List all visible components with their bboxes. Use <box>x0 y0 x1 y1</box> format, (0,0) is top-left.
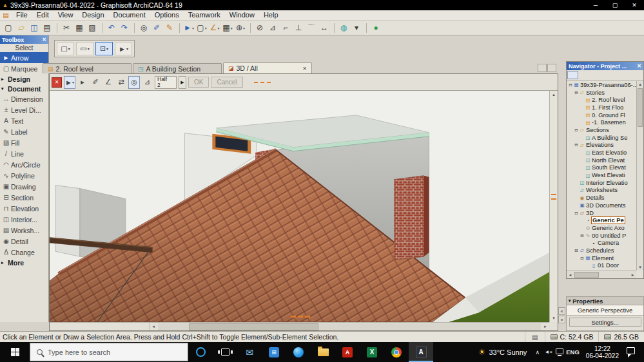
collapse-toggle-icon[interactable]: ▾ <box>569 298 571 303</box>
tree-section-a[interactable]: ◳A Building Se <box>567 134 636 142</box>
tab-building-section[interactable]: ◳A Building Section <box>133 63 222 73</box>
inject-parameters-icon[interactable]: ✎ <box>164 22 176 34</box>
new-tab-button[interactable] <box>538 64 547 72</box>
tree-elevation-east[interactable]: ◫East Elevatio <box>567 149 636 157</box>
tree-story-first[interactable]: ▤1. First Floo <box>567 104 636 111</box>
toolbox-titlebar[interactable]: Toolbox ✕ <box>0 35 48 44</box>
paste-icon[interactable]: ▨ <box>86 22 99 34</box>
network-icon[interactable] <box>554 348 565 356</box>
menu-item[interactable]: Design <box>77 10 108 20</box>
action-center-icon[interactable] <box>627 347 635 354</box>
tab-roof-level[interactable]: ▤2. Roof level <box>43 63 132 73</box>
tree-expander-icon[interactable]: ⊟ <box>574 211 579 216</box>
slope-icon[interactable]: ⊿ <box>141 76 153 89</box>
arrow-tool-icon[interactable]: ►▾ <box>183 22 195 34</box>
trim-icon[interactable]: ⊿ <box>267 22 279 34</box>
tree-expander-icon[interactable]: ⊟ <box>568 82 573 88</box>
tree-generic-axonometry[interactable]: ◇Generic Axo <box>567 224 636 232</box>
properties-header[interactable]: ▾ Properties <box>567 297 643 305</box>
tool-marquee[interactable]: ▢Marquee <box>0 63 48 74</box>
scroll-thumb[interactable] <box>638 88 643 127</box>
menu-item[interactable]: Help <box>259 10 283 20</box>
language-indicator[interactable]: ENG <box>565 348 581 356</box>
arrow-mode-button[interactable]: ►▾ <box>115 42 132 55</box>
tool-label[interactable]: ✎Label <box>0 126 48 137</box>
scroll-thumb[interactable] <box>574 272 599 278</box>
tool-detail[interactable]: ◉Detail <box>0 236 48 247</box>
ok-button[interactable]: OK <box>188 77 209 88</box>
toolbox-section-design[interactable]: ▸Design <box>0 74 48 84</box>
find-select-icon[interactable]: ◎ <box>138 22 150 34</box>
tree-expander-icon[interactable]: ⊟ <box>580 233 585 238</box>
tree-elevation-west[interactable]: ◫West Elevati <box>567 171 636 179</box>
project-map-icon[interactable] <box>567 71 578 79</box>
edge-icon[interactable] <box>286 342 311 362</box>
new-file-icon[interactable]: ▢ <box>3 22 15 34</box>
menu-item[interactable]: View <box>54 10 78 20</box>
volume-muted-icon[interactable]: ◄× <box>543 349 554 355</box>
snap-grid-icon[interactable]: ▦▾ <box>222 22 234 34</box>
tree-worksheets[interactable]: ▱Worksheets <box>567 187 636 195</box>
maximize-button[interactable]: ▢ <box>605 0 625 10</box>
tool-polyline[interactable]: ∿Polyline <box>0 170 48 181</box>
cut-icon[interactable]: ✂ <box>61 22 73 34</box>
menu-item[interactable]: File <box>12 10 32 20</box>
tree-expander-icon[interactable]: ⊟ <box>574 142 579 148</box>
archicad-icon[interactable]: A <box>409 342 433 362</box>
outlook-icon[interactable]: ✉ <box>237 342 262 362</box>
settings-button[interactable]: Settings... <box>569 318 641 327</box>
scroll-thumb[interactable] <box>189 323 319 330</box>
tool-change[interactable]: ΔChange <box>0 247 48 258</box>
brick-pillar[interactable] <box>395 176 424 260</box>
navigator-hscrollbar[interactable]: ◂ ▸ <box>567 271 636 278</box>
tree-project-root[interactable]: ⊟▦39x39-Prasanna06-... <box>567 81 636 89</box>
weather-indicator[interactable]: ☀33°C Sunny <box>473 347 532 357</box>
toolbox-section-document[interactable]: ▾Document <box>0 84 48 93</box>
viewport-vscrollbar[interactable]: ▴ ▾ <box>549 91 558 322</box>
pen-icon[interactable]: ✐ <box>90 76 101 89</box>
tree-elevations[interactable]: ⊟▱Elevations <box>567 142 636 149</box>
tree-expander-icon[interactable]: ⊟ <box>574 90 579 95</box>
transfer-settings-icon[interactable]: ⇄ <box>115 76 127 89</box>
scroll-down-icon[interactable]: ▾ <box>637 264 643 271</box>
tool-line[interactable]: /Line <box>0 148 48 159</box>
publisher-sets-icon[interactable] <box>602 71 613 79</box>
close-button[interactable]: ✕ <box>625 0 644 10</box>
open-file-icon[interactable]: ▱ <box>15 22 28 34</box>
layout-book-icon[interactable] <box>590 71 601 79</box>
viewport-hscrollbar[interactable] <box>158 323 541 330</box>
scroll-right-icon[interactable]: ▸ <box>629 271 636 278</box>
tree-story-basement[interactable]: ▤-1. Basemen <box>567 119 636 126</box>
tree-element-schedules[interactable]: ⊟▦Element <box>567 254 636 262</box>
menu-item[interactable]: Window <box>225 10 259 20</box>
tree-details[interactable]: ◉Details <box>567 194 636 202</box>
teamwork-online-icon[interactable]: ● <box>370 22 382 34</box>
drag-mode-button[interactable]: ▭▾ <box>76 42 93 55</box>
angle-icon[interactable]: ∠ <box>102 76 114 89</box>
tool-dimension[interactable]: ↔Dimension <box>0 93 48 104</box>
left-parapet-wall[interactable] <box>55 186 80 257</box>
menu-item[interactable]: Document <box>109 10 150 20</box>
task-view-icon[interactable] <box>213 342 237 362</box>
cortana-icon[interactable] <box>188 342 213 362</box>
tree-elevation-south[interactable]: ◫South Elevat <box>567 164 636 172</box>
tool-worksheet[interactable]: ▤Worksh... <box>0 225 48 236</box>
navigator-close-icon[interactable]: ✕ <box>637 63 641 69</box>
split-icon[interactable]: ⌐ <box>280 22 292 34</box>
scroll-up-icon[interactable]: ▴ <box>550 91 558 99</box>
gravity-icon[interactable]: ⊕▾ <box>235 22 247 34</box>
menu-item[interactable]: Options <box>150 10 184 20</box>
tool-section[interactable]: ⊟Section <box>0 192 48 203</box>
toolbox-section-more[interactable]: ▸More <box>0 258 48 267</box>
tree-stories[interactable]: ⊟▱Stories <box>567 89 636 97</box>
clock[interactable]: 12:2206-04-2022 <box>581 345 624 359</box>
collapse-right-icon[interactable]: » <box>558 316 565 323</box>
layers-icon[interactable]: ◍ <box>338 22 350 34</box>
navigator-vscrollbar[interactable]: ▴ ▾ <box>636 81 643 271</box>
fillet-icon[interactable]: ⌒ <box>306 22 318 34</box>
marquee-tool-icon[interactable]: ▢▾ <box>196 22 208 34</box>
tool-elevation[interactable]: ⊓Elevation <box>0 203 48 214</box>
tree-interior-elevations[interactable]: ◫Interior Elevatio <box>567 179 636 187</box>
subelement-mode-button[interactable]: ⊡▾ <box>95 42 113 55</box>
scroll-left-icon[interactable]: ◂ <box>567 271 574 278</box>
